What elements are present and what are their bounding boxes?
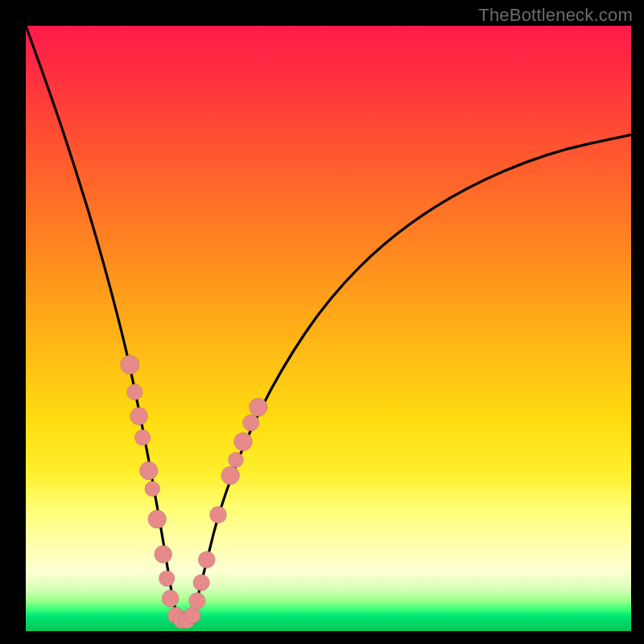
highlight-dots [121,355,268,628]
highlight-dot [162,590,179,607]
highlight-dot [234,432,253,451]
highlight-dot [228,452,243,468]
highlight-dot [189,592,206,609]
highlight-dot [249,398,267,416]
plot-area [26,26,631,631]
highlight-dot [127,384,143,400]
highlight-dot [145,481,160,497]
highlight-dot [134,430,151,446]
highlight-dot [221,466,240,485]
highlight-dot [139,461,158,480]
highlight-dot [159,571,175,587]
highlight-dot [193,575,210,592]
highlight-dot [184,607,201,624]
chart-frame: TheBottleneck.com [0,0,644,644]
highlight-dot [121,355,140,374]
highlight-dot [148,510,167,529]
curve-layer [26,26,631,631]
highlight-dot [210,506,227,523]
highlight-dot [130,407,148,425]
highlight-dot [242,415,259,431]
highlight-dot [155,546,172,564]
highlight-dot [198,551,215,568]
watermark-text: TheBottleneck.com [478,5,633,26]
bottleneck-curve [26,26,631,619]
